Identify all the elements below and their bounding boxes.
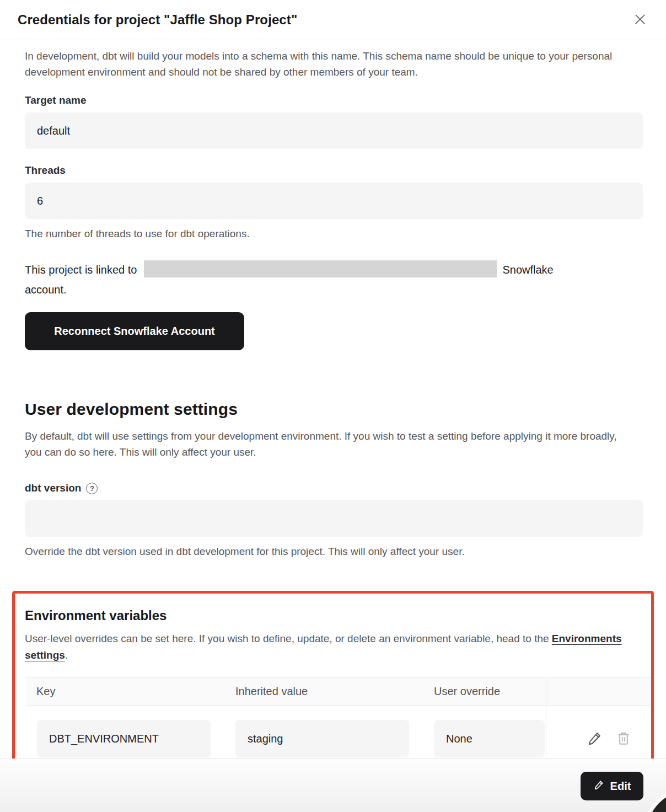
edit-pencil-icon: [593, 779, 605, 793]
env-vars-description-text: User-level overrides can be set here. If…: [25, 633, 552, 644]
help-fab-partial[interactable]: [647, 790, 666, 812]
user-dev-settings-description: By default, dbt will use settings from y…: [25, 428, 620, 460]
table-header-row: Key Inherited value User override: [26, 677, 651, 706]
env-var-inherited-value-cell: staging: [235, 720, 409, 757]
env-var-key-cell: DBT_ENVIRONMENT: [37, 720, 211, 757]
dbt-version-help-text: Override the dbt version used in dbt dev…: [25, 546, 643, 558]
linked-account-text-before: This project is linked to: [25, 264, 137, 276]
threads-help-text: The number of threads to use for dbt ope…: [25, 228, 643, 240]
dbt-version-field[interactable]: [25, 500, 643, 537]
column-header-key: Key: [26, 685, 235, 698]
linked-account-text: This project is linked toSnowflake accou…: [25, 260, 643, 300]
reconnect-snowflake-button[interactable]: Reconnect Snowflake Account: [25, 312, 244, 350]
modal-title: Credentials for project "Jaffle Shop Pro…: [18, 12, 297, 28]
target-name-field[interactable]: default: [25, 113, 643, 149]
dbt-version-label: dbt version: [25, 482, 81, 494]
trash-icon: [615, 730, 632, 748]
target-name-value: default: [37, 125, 70, 137]
close-button[interactable]: [631, 10, 649, 29]
threads-field[interactable]: 6: [25, 183, 643, 219]
column-header-user-override: User override: [434, 685, 546, 698]
target-name-label: Target name: [25, 94, 643, 106]
env-vars-description: User-level overrides can be set here. If…: [25, 631, 642, 664]
linked-account-text-line2: account.: [25, 280, 643, 300]
modal-header: Credentials for project "Jaffle Shop Pro…: [0, 0, 666, 40]
linked-account-text-after: Snowflake: [502, 264, 553, 276]
redacted-account-name: [144, 260, 497, 277]
modal-body: In development, dbt will build your mode…: [0, 40, 666, 788]
edit-button[interactable]: Edit: [581, 772, 643, 800]
threads-value: 6: [37, 195, 43, 207]
pencil-icon: [587, 730, 603, 748]
schema-description: In development, dbt will build your mode…: [25, 48, 643, 80]
env-vars-heading: Environment variables: [25, 608, 647, 623]
edit-row-button[interactable]: [587, 730, 603, 748]
close-icon: [632, 12, 648, 29]
help-icon[interactable]: ?: [86, 483, 98, 494]
delete-row-button[interactable]: [615, 730, 632, 748]
env-vars-description-period: .: [65, 649, 68, 661]
user-dev-settings-heading: User development settings: [25, 400, 643, 419]
edit-button-label: Edit: [610, 780, 631, 793]
column-header-inherited-value: Inherited value: [235, 685, 434, 698]
env-var-user-override-cell: None: [434, 720, 545, 757]
modal-footer: Edit: [0, 758, 666, 812]
threads-label: Threads: [25, 164, 643, 177]
